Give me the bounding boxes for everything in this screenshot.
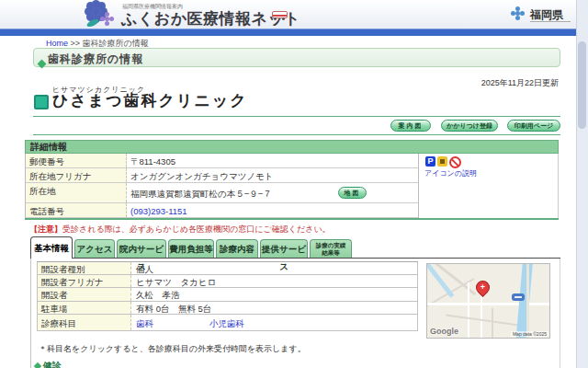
page: 福岡県医療機関情報案内 ふくおか医療情報ネット 福岡県 Home >> 歯科診療… (0, 0, 588, 368)
row-label: 開設者 (38, 288, 131, 301)
notice-text: 【注意】受診される際は、必ずあらかじめ各医療機関の窓口にご確認ください。 (29, 224, 331, 236)
row-label: 駐車場 (38, 302, 131, 314)
site-logo-flower-icon (92, 7, 100, 16)
updated-date: 2025年11月22日更新 (375, 77, 559, 89)
header-blue-bar (0, 29, 588, 36)
map-road (446, 314, 518, 326)
clinic-square-icon (34, 95, 49, 109)
tab-provided-services[interactable]: 提供サービス (260, 239, 308, 258)
section-diamond-icon (34, 362, 41, 368)
dept-link-pediatric-dental[interactable]: 小児歯科 (209, 318, 244, 328)
table-row: 診療科目 歯科 小児歯科 (37, 315, 418, 331)
map-marker-icon[interactable]: + (473, 278, 492, 297)
pref-subtext (530, 21, 571, 22)
row-label: 電話番号 (26, 203, 127, 217)
tab-access[interactable]: アクセス (74, 239, 115, 258)
tab-results-line1: 診療の実績 (316, 242, 346, 248)
section-diamond-icon (39, 54, 45, 71)
map-route-badge (512, 293, 525, 301)
row-label: 開設者フリガナ (38, 275, 131, 287)
department-note: ＊科目名をクリックすると、各診療科目の外来受付時間を表示します。 (39, 343, 306, 355)
notice-prefix: 【注意】 (29, 224, 62, 234)
parking-icon: P (425, 156, 435, 167)
tab-results[interactable]: 診療の実績 結果等 (310, 239, 352, 258)
row-label: 所在地フリガナ (26, 168, 127, 182)
map-road (526, 264, 529, 338)
table-row: 郵便番号 〒811-4305 (25, 154, 418, 168)
tab-results-line2: 結果等 (322, 249, 340, 256)
row-label: 所在地 (26, 183, 127, 202)
row-value: 〒811-4305 (130, 156, 175, 168)
table-row: 所在地 福岡県遠賀郡遠賀町松の本５−９−７ 地図 (25, 183, 418, 203)
row-value: オンガグンオンガチョウマツノモト (130, 171, 274, 183)
map-attribution: Map data ©2025 (511, 331, 548, 337)
table-row: 開設者種別 個人 (37, 262, 418, 275)
ambulance-icon (272, 11, 288, 21)
table-row: 駐車場 有料 0台 無料 5台 (37, 302, 418, 315)
table-row: 電話番号 (093)293-1151 (25, 203, 418, 218)
fukuoka-pref-logo[interactable]: 福岡県 (512, 6, 576, 26)
map-river (515, 263, 533, 339)
table-row: 開設者フリガナ ヒサマツ タカヒロ (37, 275, 418, 288)
basic-info-table: 開設者種別 個人 開設者フリガナ ヒサマツ タカヒロ 開設者 久松 孝浩 駐車場… (37, 261, 418, 262)
scrollbar-thumb[interactable] (578, 41, 586, 129)
print-page-button[interactable]: 印刷用ページ (507, 120, 560, 132)
map-road (468, 282, 469, 338)
page-section-title: 歯科診療所の情報 (48, 52, 143, 67)
row-label: 診療科目 (38, 315, 131, 330)
facility-icons-zone: P アイコンの説明 (418, 154, 559, 218)
next-section-label: 健診 (43, 361, 62, 368)
kakaritsuke-register-button[interactable]: かかりつけ登録 (441, 120, 498, 132)
guide-map-button[interactable]: 案内図 (390, 120, 431, 132)
dept-link-dental[interactable]: 歯科 (136, 318, 153, 328)
clinic-name: ひさまつ歯科クリニック (52, 90, 248, 111)
breadcrumb-separator: >> (71, 39, 81, 48)
tab-costs[interactable]: 費用負担等 (168, 239, 214, 258)
divider-line (33, 116, 560, 117)
tab-treatment[interactable]: 診療内容 (216, 239, 258, 258)
details-table-header: 詳細情報 (25, 140, 559, 154)
phone-link[interactable]: (093)293-1151 (130, 206, 187, 216)
row-label: 郵便番号 (26, 154, 127, 167)
tab-basic-info[interactable]: 基本情報 (30, 236, 73, 259)
icon-help-link[interactable]: アイコンの説明 (424, 168, 477, 178)
tab-hospital-services[interactable]: 院内サービス (117, 239, 166, 258)
next-section-header: 健診 (35, 360, 62, 368)
table-row: 開設者 久松 孝浩 (37, 288, 418, 302)
row-label: 開設者種別 (38, 262, 131, 274)
table-row: 所在地フリガナ オンガグンオンガチョウマツノモト (25, 168, 418, 183)
breadcrumb-home-link[interactable]: Home (46, 39, 68, 48)
accessibility-icon (437, 156, 447, 167)
no-smoking-icon (449, 156, 461, 168)
table-bottom-border (25, 218, 559, 220)
pref-flower-icon (515, 11, 520, 16)
map-road (492, 308, 493, 338)
row-value: 福岡県遠賀郡遠賀町松の本５−９−７ (130, 189, 272, 201)
map-road (427, 303, 549, 305)
divider-line (33, 134, 560, 135)
row-value: 久松 孝浩 (136, 290, 180, 302)
map-button[interactable]: 地図 (338, 187, 367, 199)
site-header: 福岡県医療機関情報案内 ふくおか医療情報ネット 福岡県 (0, 0, 588, 29)
google-logo[interactable]: Google (430, 327, 458, 336)
notice-body: 受診される際は、必ずあらかじめ各医療機関の窓口にご確認ください。 (62, 224, 331, 234)
breadcrumb-current: 歯科診療所の情報 (83, 39, 149, 48)
map-panel[interactable]: + Google Map data ©2025 (426, 263, 550, 339)
